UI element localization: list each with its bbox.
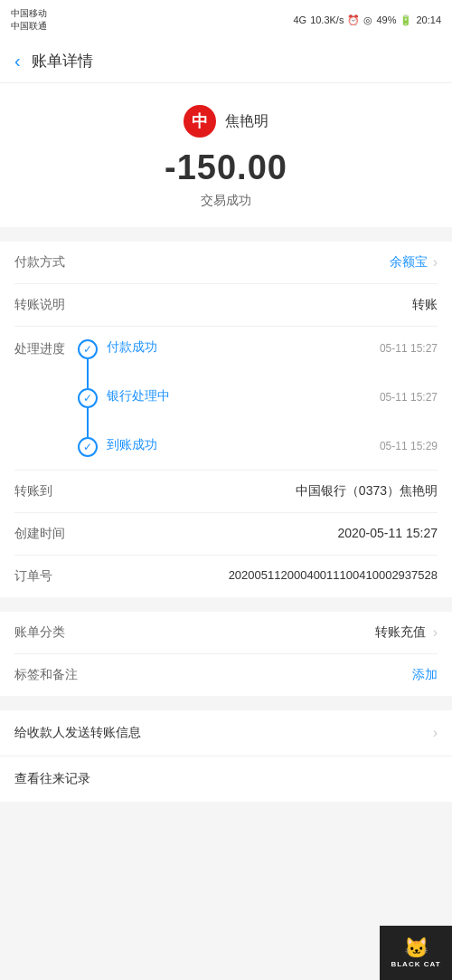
tag-add-value: 添加 bbox=[412, 667, 438, 683]
tag-row[interactable]: 标签和备注 添加 bbox=[14, 654, 438, 696]
location-icon: ◎ bbox=[363, 14, 372, 26]
pay-method-label: 付款方式 bbox=[14, 254, 78, 271]
hero-section: 中 焦艳明 -150.00 交易成功 bbox=[0, 83, 452, 227]
tag-label: 标签和备注 bbox=[14, 667, 78, 683]
transfer-note-row: 转账说明 转账 bbox=[14, 284, 438, 327]
create-time-row: 创建时间 2020-05-11 15:27 bbox=[14, 513, 438, 556]
transaction-status: 交易成功 bbox=[201, 193, 251, 209]
page-header: ‹ 账单详情 bbox=[0, 40, 452, 83]
payee-name: 焦艳明 bbox=[225, 112, 268, 131]
step-1-time: 05-11 15:27 bbox=[380, 339, 438, 355]
page-title: 账单详情 bbox=[32, 51, 93, 71]
black-cat-text: BLACK CAT bbox=[391, 960, 440, 968]
step-2-line bbox=[87, 408, 89, 437]
view-history-row[interactable]: 查看往来记录 bbox=[0, 756, 452, 802]
step-1: ✓ 付款成功 05-11 15:27 bbox=[78, 339, 438, 388]
step-3-name: 到账成功 bbox=[107, 437, 157, 453]
battery-percent: 49% bbox=[376, 14, 396, 25]
step-3-left: ✓ bbox=[78, 437, 98, 457]
battery-icon: 🔋 bbox=[400, 14, 412, 26]
step-1-name: 付款成功 bbox=[107, 339, 157, 356]
status-bar: 中国移动 中国联通 4G 10.3K/s ⏰ ◎ 49% 🔋 20:14 bbox=[0, 0, 452, 40]
step-1-left: ✓ bbox=[78, 339, 98, 388]
transfer-to-label: 转账到 bbox=[14, 483, 78, 500]
transfer-to-row: 转账到 中国银行（0373）焦艳明 bbox=[14, 471, 438, 513]
payee-info: 中 焦艳明 bbox=[184, 105, 268, 138]
carrier2: 中国联通 bbox=[11, 20, 47, 33]
step-2-time: 05-11 15:27 bbox=[380, 388, 438, 404]
step-2-icon: ✓ bbox=[78, 388, 98, 408]
chevron-icon: › bbox=[433, 254, 438, 271]
divider-3 bbox=[0, 703, 452, 710]
transfer-to-value: 中国银行（0373）焦艳明 bbox=[78, 483, 438, 500]
step-3-icon: ✓ bbox=[78, 437, 98, 457]
divider-2 bbox=[0, 604, 452, 612]
black-cat-icon: 🐱 bbox=[404, 938, 428, 958]
pay-method-value: 余额宝 › bbox=[78, 254, 438, 271]
order-id-value: 20200511200040011100410002937528 bbox=[78, 568, 438, 582]
detail-section: 付款方式 余额宝 › 转账说明 转账 处理进度 ✓ 付款成功 05-11 15:… bbox=[0, 242, 452, 597]
step-2-name: 银行处理中 bbox=[107, 388, 170, 404]
bank-icon: 中 bbox=[184, 105, 216, 138]
category-value: 转账充值 › bbox=[375, 624, 438, 641]
network-type: 4G bbox=[293, 14, 306, 25]
step-2-left: ✓ bbox=[78, 388, 98, 437]
transaction-amount: -150.00 bbox=[165, 148, 287, 187]
view-history-label: 查看往来记录 bbox=[14, 771, 90, 787]
back-button[interactable]: ‹ bbox=[14, 51, 21, 71]
send-info-row[interactable]: 给收款人发送转账信息 › bbox=[0, 710, 452, 756]
step-2: ✓ 银行处理中 05-11 15:27 bbox=[78, 388, 438, 437]
progress-steps: ✓ 付款成功 05-11 15:27 ✓ 银行处理中 05-11 15:27 bbox=[78, 339, 438, 457]
send-info-label: 给收款人发送转账信息 bbox=[14, 725, 141, 741]
send-info-chevron-icon: › bbox=[433, 725, 438, 741]
step-3-time: 05-11 15:29 bbox=[380, 437, 438, 452]
clock-time: 20:14 bbox=[416, 14, 441, 25]
carrier-info: 中国移动 中国联通 bbox=[11, 7, 47, 33]
network-speed: 10.3K/s bbox=[310, 14, 344, 25]
category-chevron-icon: › bbox=[433, 624, 438, 641]
order-id-row: 订单号 20200511200040011100410002937528 bbox=[14, 556, 438, 597]
create-time-label: 创建时间 bbox=[14, 526, 78, 542]
pay-method-row[interactable]: 付款方式 余额宝 › bbox=[14, 242, 438, 284]
divider-1 bbox=[0, 234, 452, 242]
transfer-note-label: 转账说明 bbox=[14, 297, 78, 313]
alarm-icon: ⏰ bbox=[347, 14, 360, 26]
create-time-value: 2020-05-11 15:27 bbox=[78, 526, 438, 540]
order-id-label: 订单号 bbox=[14, 568, 78, 585]
classify-section: 账单分类 转账充值 › 标签和备注 添加 bbox=[0, 612, 452, 696]
category-label: 账单分类 bbox=[14, 624, 65, 641]
status-right: 4G 10.3K/s ⏰ ◎ 49% 🔋 20:14 bbox=[293, 14, 441, 26]
category-row[interactable]: 账单分类 转账充值 › bbox=[14, 612, 438, 654]
step-1-line bbox=[87, 359, 89, 388]
carrier1: 中国移动 bbox=[11, 7, 47, 20]
black-cat-watermark: 🐱 BLACK CAT bbox=[380, 926, 452, 980]
progress-row: 处理进度 ✓ 付款成功 05-11 15:27 ✓ bbox=[14, 327, 438, 471]
step-3: ✓ 到账成功 05-11 15:29 bbox=[78, 437, 438, 457]
step-1-icon: ✓ bbox=[78, 339, 98, 359]
transfer-note-value: 转账 bbox=[78, 297, 438, 313]
bottom-section: 给收款人发送转账信息 › 查看往来记录 bbox=[0, 710, 452, 802]
progress-label: 处理进度 bbox=[14, 339, 78, 357]
